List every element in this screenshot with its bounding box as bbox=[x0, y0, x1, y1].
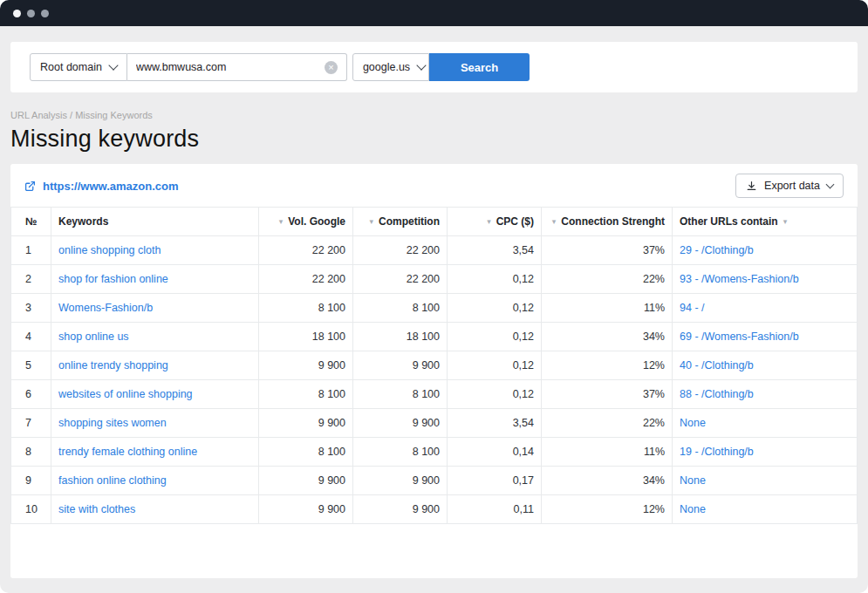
table-row: 10 site with clothes 9 900 9 900 0,11 12… bbox=[11, 495, 858, 524]
window-control-dot[interactable] bbox=[13, 10, 21, 17]
sort-icon: ▾ bbox=[783, 217, 788, 226]
breadcrumb[interactable]: URL Analysis / Missing Keywords bbox=[10, 110, 858, 120]
competition-cell: 9 900 bbox=[353, 467, 448, 495]
results-card: https://www.amazon.com Export data № Key… bbox=[10, 164, 858, 578]
other-url-link[interactable]: None bbox=[680, 503, 706, 515]
competition-cell: 18 100 bbox=[353, 323, 448, 351]
competition-cell: 9 900 bbox=[353, 351, 448, 380]
other-urls-cell: 93 - /Womens-Fashion/b bbox=[673, 265, 858, 294]
other-urls-cell: 69 - /Womens-Fashion/b bbox=[673, 323, 858, 351]
keyword-link[interactable]: site with clothes bbox=[58, 503, 135, 515]
keyword-link[interactable]: Womens-Fashion/b bbox=[58, 302, 153, 314]
keyword-cell: Womens-Fashion/b bbox=[51, 294, 259, 323]
keyword-link[interactable]: fashion online clothing bbox=[58, 474, 167, 487]
window-control-dot[interactable] bbox=[41, 10, 49, 17]
competition-cell: 9 900 bbox=[353, 409, 448, 438]
other-url-link[interactable]: 40 - /Clothing/b bbox=[680, 359, 754, 371]
keyword-link[interactable]: shopping sites women bbox=[58, 417, 167, 429]
header-connection-strength[interactable]: ▾Connection Strenght bbox=[542, 208, 673, 236]
competition-cell: 8 100 bbox=[353, 294, 448, 323]
strength-cell: 34% bbox=[542, 323, 673, 351]
keyword-cell: online trendy shopping bbox=[51, 351, 259, 380]
keyword-link[interactable]: websites of online shopping bbox=[58, 388, 193, 400]
results-card-header: https://www.amazon.com Export data bbox=[10, 164, 858, 207]
strength-cell: 11% bbox=[542, 294, 673, 323]
cpc-cell: 0,12 bbox=[448, 380, 542, 409]
keyword-cell: fashion online clothing bbox=[51, 467, 259, 495]
search-button[interactable]: Search bbox=[429, 53, 530, 81]
other-url-link[interactable]: 88 - /Clothing/b bbox=[680, 388, 754, 400]
header-cpc[interactable]: ▾CPC ($) bbox=[448, 208, 542, 236]
other-url-link[interactable]: 19 - /Clothing/b bbox=[680, 446, 754, 458]
export-data-button[interactable]: Export data bbox=[735, 174, 844, 198]
header-competition[interactable]: ▾Competition bbox=[353, 208, 448, 236]
strength-cell: 22% bbox=[542, 265, 673, 294]
keyword-link[interactable]: online trendy shopping bbox=[58, 359, 168, 371]
header-other-urls[interactable]: Other URLs contain▾ bbox=[673, 208, 858, 236]
chevron-down-icon bbox=[108, 60, 118, 70]
table-row: 6 websites of online shopping 8 100 8 10… bbox=[11, 380, 858, 409]
domain-type-select[interactable]: Root domain bbox=[30, 53, 127, 81]
volume-cell: 9 900 bbox=[259, 467, 353, 495]
strength-cell: 12% bbox=[542, 351, 673, 380]
strength-cell: 22% bbox=[542, 409, 673, 438]
header-other-urls-label: Other URLs contain bbox=[680, 215, 778, 228]
competition-cell: 22 200 bbox=[353, 265, 448, 294]
region-search-group: google.us Search bbox=[352, 53, 530, 81]
other-url-link[interactable]: 69 - /Womens-Fashion/b bbox=[680, 331, 799, 343]
cpc-cell: 0,12 bbox=[448, 351, 542, 380]
other-urls-cell: 19 - /Clothing/b bbox=[673, 438, 858, 467]
cpc-cell: 0,14 bbox=[448, 438, 542, 467]
other-url-link[interactable]: 29 - /Clothing/b bbox=[680, 244, 754, 256]
other-url-link[interactable]: 94 - / bbox=[680, 302, 705, 314]
competition-cell: 9 900 bbox=[353, 495, 448, 524]
other-urls-cell: None bbox=[673, 495, 858, 524]
chevron-down-icon bbox=[826, 181, 835, 189]
row-index: 8 bbox=[11, 438, 51, 467]
header-index: № bbox=[11, 208, 51, 236]
other-url-link[interactable]: None bbox=[680, 417, 706, 429]
row-index: 10 bbox=[11, 495, 51, 524]
target-url-label: https://www.amazon.com bbox=[43, 180, 179, 193]
chevron-down-icon bbox=[416, 60, 426, 70]
header-volume[interactable]: ▾Vol. Google bbox=[259, 208, 353, 236]
row-index: 4 bbox=[11, 323, 51, 351]
app-window: Root domain × google.us Search URL Analy… bbox=[0, 0, 868, 593]
clear-input-icon[interactable]: × bbox=[325, 61, 338, 74]
target-url-link[interactable]: https://www.amazon.com bbox=[24, 180, 179, 193]
table-row: 5 online trendy shopping 9 900 9 900 0,1… bbox=[11, 351, 858, 380]
header-volume-label: Vol. Google bbox=[288, 215, 345, 228]
volume-cell: 9 900 bbox=[259, 351, 353, 380]
keyword-link[interactable]: shop for fashion online bbox=[58, 273, 168, 285]
keyword-cell: site with clothes bbox=[51, 495, 259, 524]
volume-cell: 18 100 bbox=[259, 323, 353, 351]
keyword-link[interactable]: trendy female clothing online bbox=[58, 446, 197, 458]
sort-icon: ▾ bbox=[369, 217, 373, 226]
region-select[interactable]: google.us bbox=[352, 53, 429, 81]
keyword-cell: websites of online shopping bbox=[51, 380, 259, 409]
domain-type-value: Root domain bbox=[40, 61, 102, 73]
volume-cell: 22 200 bbox=[259, 265, 353, 294]
table-header-row: № Keywords ▾Vol. Google ▾Competition ▾CP… bbox=[11, 208, 858, 236]
row-index: 1 bbox=[11, 236, 51, 265]
other-urls-cell: 40 - /Clothing/b bbox=[673, 351, 858, 380]
keyword-link[interactable]: online shopping cloth bbox=[58, 244, 161, 256]
competition-cell: 22 200 bbox=[353, 236, 448, 265]
header-competition-label: Competition bbox=[379, 215, 440, 228]
table-row: 1 online shopping cloth 22 200 22 200 3,… bbox=[11, 236, 858, 265]
volume-cell: 9 900 bbox=[259, 409, 353, 438]
competition-cell: 8 100 bbox=[353, 438, 448, 467]
url-input[interactable] bbox=[136, 61, 325, 73]
cpc-cell: 3,54 bbox=[448, 409, 542, 438]
domain-search-group: Root domain × bbox=[30, 53, 347, 81]
window-control-dot[interactable] bbox=[27, 10, 35, 17]
table-row: 4 shop online us 18 100 18 100 0,12 34% … bbox=[11, 323, 858, 351]
keyword-link[interactable]: shop online us bbox=[58, 331, 129, 343]
other-url-link[interactable]: None bbox=[680, 474, 706, 487]
strength-cell: 11% bbox=[542, 438, 673, 467]
volume-cell: 22 200 bbox=[259, 236, 353, 265]
download-icon bbox=[746, 181, 757, 192]
other-url-link[interactable]: 93 - /Womens-Fashion/b bbox=[680, 273, 799, 285]
cpc-cell: 0,11 bbox=[448, 495, 542, 524]
strength-cell: 34% bbox=[542, 467, 673, 495]
